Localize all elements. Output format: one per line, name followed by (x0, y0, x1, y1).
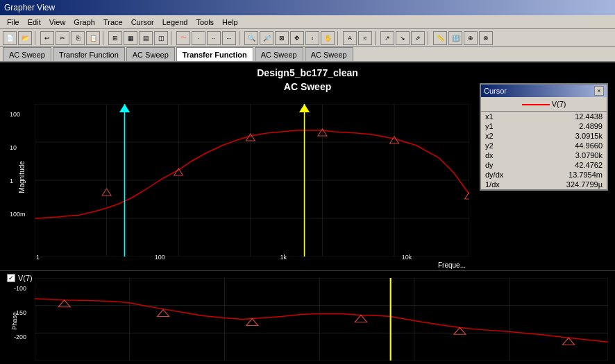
cursor-panel-titlebar: Cursor × (481, 85, 607, 97)
tab-3[interactable]: Transfer Function (176, 47, 253, 61)
bottom-y-tick-1: -150 (14, 309, 26, 316)
menu-cursor[interactable]: Cursor (127, 17, 158, 28)
top-chart-svg (35, 104, 469, 257)
toolbar-curve[interactable]: 〜 (176, 31, 190, 45)
menu-file[interactable]: File (3, 17, 24, 28)
chart-top: Design5_bc177_clean AC Sweep Magnitude 1… (0, 62, 615, 270)
toolbar-sep7 (428, 31, 430, 45)
cursor-label-dx: dx (481, 150, 537, 160)
y-tick-1: 10 (10, 144, 26, 151)
menu-tools[interactable]: Tools (192, 17, 218, 28)
cursor-label-dydx: dy/dx (481, 170, 537, 180)
cursor-panel-close-btn[interactable]: × (594, 86, 604, 96)
toolbar-calc[interactable]: 🔢 (448, 31, 462, 45)
svg-marker-33 (58, 300, 70, 307)
y-tick-2: 1 (10, 177, 26, 184)
x-axis-label: Freque... (438, 261, 466, 269)
toolbar-sep4 (239, 31, 242, 45)
toolbar-dot3[interactable]: ··· (222, 31, 236, 45)
menu-help[interactable]: Help (218, 17, 242, 28)
toolbar-new[interactable]: 📄 (3, 31, 17, 45)
cursor-value-y1: 2.4899 (537, 121, 607, 131)
svg-marker-36 (355, 315, 367, 322)
toolbar-extra1[interactable]: ⊕ (464, 31, 478, 45)
toolbar-zoom-fit[interactable]: ⊠ (275, 31, 289, 45)
toolbar-scroll[interactable]: ↕ (305, 31, 319, 45)
toolbar-undo[interactable]: ↩ (40, 31, 54, 45)
toolbar-b2[interactable]: ▤ (139, 31, 153, 45)
svg-marker-21 (299, 104, 310, 112)
cursor-value-1dx: 324.7799µ (537, 180, 607, 189)
y-tick-0: 100 (10, 111, 26, 118)
cursor-value-dx: 3.0790k (537, 150, 607, 160)
legend-label: V(7) (18, 274, 33, 282)
toolbar-measure[interactable]: 📏 (433, 31, 447, 45)
cursor-row-1dx: 1/dx 324.7799µ (481, 180, 607, 189)
cursor-label-x1: x1 (481, 112, 537, 121)
svg-marker-19 (119, 104, 130, 112)
toolbar-paste[interactable]: 📋 (86, 31, 100, 45)
toolbar-cursor1[interactable]: ↗ (380, 31, 394, 45)
cursor-label-1dx: 1/dx (481, 180, 537, 189)
menu-view[interactable]: View (45, 17, 70, 28)
cursor-value-y2: 44.9660 (537, 141, 607, 150)
menu-graph[interactable]: Graph (69, 17, 99, 28)
toolbar-pan[interactable]: ✥ (290, 31, 304, 45)
svg-marker-38 (562, 338, 574, 345)
cursor-row-y1: y1 2.4899 (481, 121, 607, 131)
cursor-value-dy: 42.4762 (537, 160, 607, 170)
cursor-label-y1: y1 (481, 121, 537, 131)
menu-legend[interactable]: Legend (158, 17, 192, 28)
toolbar-b3[interactable]: ◫ (154, 31, 168, 45)
title-bar: Grapher View (0, 0, 615, 15)
cursor-row-dx: dx 3.0790k (481, 150, 607, 160)
cursor-row-dy: dy 42.4762 (481, 160, 607, 170)
toolbar-grid[interactable]: ⊞ (108, 31, 122, 45)
svg-marker-35 (246, 319, 258, 326)
svg-marker-34 (158, 310, 169, 317)
toolbar-hand[interactable]: ✋ (321, 31, 335, 45)
toolbar-sep2 (103, 31, 106, 45)
toolbar-dot2[interactable]: ·· (207, 31, 221, 45)
toolbar-b1[interactable]: ▦ (124, 31, 137, 45)
cursor-label-x2: x2 (481, 131, 537, 141)
toolbar-sep1 (35, 31, 37, 45)
cursor-value-dydx: 13.7954m (537, 170, 607, 180)
toolbar-copy[interactable]: ⎘ (71, 31, 85, 45)
cursor-label-dy: dy (481, 160, 537, 170)
toolbar-zoom-in[interactable]: 🔍 (244, 31, 258, 45)
menu-edit[interactable]: Edit (24, 17, 45, 28)
toolbar-cursor2[interactable]: ↘ (396, 31, 410, 45)
toolbar-sep6 (375, 31, 378, 45)
toolbar-cursor3[interactable]: ⇗ (411, 31, 425, 45)
cursor-value-x2: 3.0915k (537, 131, 607, 141)
window-title: Grapher View (4, 3, 55, 12)
cursor-panel: Cursor × V(7) x1 12.4438 y1 2.4899 x2 3.… (480, 83, 608, 191)
bottom-y-tick-0: -100 (14, 285, 26, 292)
cursor-panel-title: Cursor (484, 87, 507, 95)
tab-1[interactable]: Transfer Function (53, 47, 125, 61)
toolbar-zoom-out[interactable]: 🔎 (260, 31, 273, 45)
tab-2[interactable]: AC Sweep (126, 47, 175, 61)
toolbar-extra2[interactable]: ⊗ (479, 31, 493, 45)
toolbar-cut[interactable]: ✂ (56, 31, 69, 45)
toolbar-sep3 (171, 31, 174, 45)
toolbar-dot[interactable]: · (192, 31, 205, 45)
cursor-trace-color (522, 104, 550, 105)
svg-marker-37 (454, 327, 466, 334)
toolbar-text[interactable]: A (343, 31, 357, 45)
toolbar-open[interactable]: 📂 (18, 31, 32, 45)
menu-trace[interactable]: Trace (99, 17, 127, 28)
svg-marker-17 (465, 192, 469, 199)
tab-4[interactable]: AC Sweep (255, 47, 303, 61)
toolbar: 📄 📂 ↩ ✂ ⎘ 📋 ⊞ ▦ ▤ ◫ 〜 · ·· ··· 🔍 🔎 ⊠ ✥ ↕… (0, 29, 615, 47)
cursor-row-dydx: dy/dx 13.7954m (481, 170, 607, 180)
legend-checkbox[interactable]: ✓ (7, 274, 15, 282)
bottom-chart-svg (35, 278, 608, 361)
cursor-panel-header: V(7) (481, 97, 607, 112)
tabs-row: AC Sweep Transfer Function AC Sweep Tran… (0, 47, 615, 62)
tab-5[interactable]: AC Sweep (305, 47, 353, 61)
cursor-row-x2: x2 3.0915k (481, 131, 607, 141)
tab-0[interactable]: AC Sweep (3, 47, 51, 61)
toolbar-symbol[interactable]: ≈ (358, 31, 372, 45)
